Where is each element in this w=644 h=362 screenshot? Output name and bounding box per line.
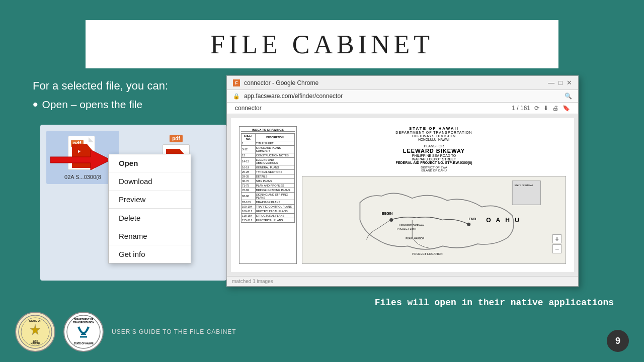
browser-favicon: F <box>233 79 240 86</box>
context-menu: Open Download Preview Delete Rename Get … <box>108 154 191 263</box>
browser-statusbar: matched 1 images <box>227 276 578 286</box>
pdf-refresh-icon[interactable]: ⟳ <box>534 105 539 112</box>
menu-item-delete[interactable]: Delete <box>109 209 191 227</box>
bullet-open-text: Open – opens the file <box>42 99 143 111</box>
lock-icon: 🔒 <box>233 93 240 100</box>
browser-window: F connector - Google Chrome — □ ✕ 🔒 app.… <box>226 75 579 287</box>
pdf-bookmark-icon[interactable]: 🔖 <box>562 105 570 112</box>
maximize-button[interactable]: □ <box>558 79 562 86</box>
pdf-city: HONOLULU, HAWAII <box>302 138 566 141</box>
pdf-print-icon[interactable]: 🖨 <box>552 105 558 112</box>
pdf-road1: PHILIPPINE SEA ROAD TO <box>302 154 566 157</box>
close-button[interactable]: ✕ <box>567 79 572 86</box>
svg-text:PROJECT LOCATION: PROJECT LOCATION <box>412 252 442 255</box>
pdf-title-section: STATE OF HAWAII DEPARTMENT OF TRANSPORTA… <box>302 126 566 172</box>
bottom-logos-area: STATE OF HAWAII 1959 DEPARTMENT OF TRANS… <box>15 312 236 352</box>
browser-title: connector - Google Chrome <box>244 79 318 86</box>
minimize-button[interactable]: — <box>548 79 554 86</box>
pdf-dept: DEPARTMENT OF TRANSPORTATION <box>302 131 566 134</box>
svg-point-3 <box>467 223 470 226</box>
browser-titlebar-left: F connector - Google Chrome <box>233 79 318 86</box>
map-svg: BEGIN END PROJECT LOCATION LEEWARD BIKEW… <box>302 176 566 263</box>
svg-text:O  A  H  U: O A H U <box>486 217 521 224</box>
search-icon[interactable]: 🔍 <box>565 93 572 100</box>
slide-title: FILE CABINET <box>210 30 434 59</box>
svg-text:STATE OF HAWAII: STATE OF HAWAII <box>74 342 94 345</box>
pdf-badge-second: pdf <box>170 135 183 142</box>
browser-addressbar[interactable]: 🔒 app.facsware.com/elfinder/connector 🔍 <box>227 90 578 103</box>
pdf-toolbar-nav[interactable]: 1 / 161 ⟳ ⬇ 🖨 🔖 <box>512 105 570 112</box>
bottom-note: Files will open in their native applicat… <box>375 298 614 308</box>
svg-point-1 <box>389 218 393 222</box>
url-text: app.facsware.com/elfinder/connector <box>244 93 343 100</box>
status-text: matched 1 images <box>232 279 273 284</box>
zoom-out-button[interactable]: − <box>552 244 561 253</box>
title-box: FILE CABINET <box>85 19 559 69</box>
intro-text: For a selected file, you can: <box>33 79 224 93</box>
page-number-badge: 9 <box>607 330 629 352</box>
svg-text:BEGIN: BEGIN <box>382 212 393 215</box>
hawaii-state-seal: STATE OF HAWAII 1959 <box>15 312 55 352</box>
pdf-main-content: STATE OF HAWAII DEPARTMENT OF TRANSPORTA… <box>302 126 566 264</box>
bullet-dot: • <box>33 97 38 112</box>
svg-text:STATE OF: STATE OF <box>29 319 41 322</box>
footer-guide-text: USER'S GUIDE TO THE FILE CABINET <box>112 328 236 335</box>
pdf-road2: WAIPAHU DEPOT STREET <box>302 157 566 161</box>
pdf-page: INDEX TO DRAWINGS SHEET NO.DESCRIPTION 1… <box>231 118 574 272</box>
zoom-controls[interactable]: + − <box>552 234 561 253</box>
browser-titlebar: F connector - Google Chrome — □ ✕ <box>227 76 578 90</box>
zoom-in-button[interactable]: + <box>552 234 561 243</box>
svg-text:TRANSPORTATION: TRANSPORTATION <box>73 321 94 324</box>
pdf-state: STATE OF HAWAII <box>302 126 566 131</box>
svg-text:PEARL HARBOR: PEARL HARBOR <box>406 237 425 240</box>
pdf-index-table: INDEX TO DRAWINGS SHEET NO.DESCRIPTION 1… <box>239 126 297 264</box>
pdf-map-area: BEGIN END PROJECT LOCATION LEEWARD BIKEW… <box>302 176 566 264</box>
pdf-project-name: LEEWARD BIKEWAY <box>302 148 566 154</box>
menu-item-getinfo[interactable]: Get info <box>109 245 191 263</box>
menu-item-download[interactable]: Download <box>109 172 191 191</box>
svg-text:END: END <box>469 217 476 221</box>
red-arrow <box>50 140 111 180</box>
svg-text:1959: 1959 <box>33 340 38 342</box>
pdf-page-info: 1 / 161 <box>512 105 530 112</box>
svg-marker-0 <box>50 150 111 170</box>
svg-text:LEEWARD BIKEWAY: LEEWARD BIKEWAY <box>399 224 425 227</box>
pdf-project-no: FEDERAL AID PROJECT NO. STP-BW-0300(8) <box>302 161 566 164</box>
menu-item-open[interactable]: Open <box>109 154 191 172</box>
svg-text:STATE OF HAWAII: STATE OF HAWAII <box>515 184 533 187</box>
pdf-island: ISLAND OF OAHU <box>302 169 566 172</box>
pdf-download-icon[interactable]: ⬇ <box>543 105 548 112</box>
bullet-open: • Open – opens the file <box>33 99 224 112</box>
pdf-toolbar-name: connector <box>235 105 262 112</box>
slide-background: FILE CABINET For a selected file, you ca… <box>0 0 644 362</box>
svg-text:DEPARTMENT OF: DEPARTMENT OF <box>74 318 94 321</box>
pdf-plans-for: PLANS FOR <box>302 144 566 148</box>
menu-item-rename[interactable]: Rename <box>109 227 191 245</box>
svg-text:PROJECT LIMIT: PROJECT LIMIT <box>397 227 417 230</box>
pdf-division: HIGHWAYS DIVISION <box>302 134 566 138</box>
dot-logo: DEPARTMENT OF TRANSPORTATION STATE OF HA… <box>63 312 104 352</box>
pdf-content-area: INDEX TO DRAWINGS SHEET NO.DESCRIPTION 1… <box>227 114 578 276</box>
left-content-area: For a selected file, you can: • Open – o… <box>33 79 224 121</box>
pdf-toolbar: connector 1 / 161 ⟳ ⬇ 🖨 🔖 <box>227 103 578 114</box>
browser-titlebar-buttons[interactable]: — □ ✕ <box>548 79 572 86</box>
menu-item-preview[interactable]: Preview <box>109 191 191 209</box>
